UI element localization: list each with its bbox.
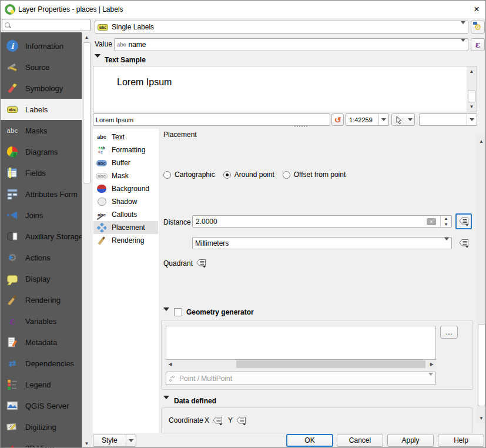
help-button[interactable]: Help [438, 434, 484, 447]
splitter-handle[interactable] [294, 126, 307, 127]
sidebar-item-variables[interactable]: ε Variables [1, 310, 82, 332]
search-icon [4, 22, 6, 29]
distance-units-combo[interactable]: Millimeters [192, 237, 452, 249]
sidebar-item-actions[interactable]: ⚙ Actions [1, 247, 82, 268]
tab-text[interactable]: abc Text [93, 131, 158, 143]
distance-data-defined-button[interactable] [455, 213, 472, 229]
sample-scroll-up-icon[interactable]: ▲ [467, 67, 477, 76]
sidebar-item-labels[interactable]: abc Labels [1, 99, 82, 120]
sidebar-item-3d-view[interactable]: ◆ 3D View [1, 437, 82, 448]
units-data-defined-button[interactable] [456, 236, 471, 250]
expression-builder-button[interactable]: ε [471, 38, 485, 51]
tab-rendering[interactable]: Rendering [93, 234, 158, 247]
spin-down-icon[interactable]: ▼ [441, 222, 451, 228]
search-input[interactable] [6, 20, 90, 30]
ok-button[interactable]: OK [286, 434, 333, 447]
sample-font-color-combo[interactable] [419, 113, 477, 126]
radio-offset-from-point[interactable] [283, 171, 290, 179]
label-mode-combo[interactable]: abc Single Labels [95, 21, 468, 34]
sidebar-item-symbology[interactable]: Symbology [1, 78, 82, 99]
sidebar-item-masks[interactable]: abc Masks [1, 120, 82, 141]
style-button[interactable]: Style [93, 434, 136, 447]
sample-text-input[interactable]: Lorem Ipsum [93, 113, 330, 126]
distance-spinbox[interactable]: 2.0000 × ▲▼ [192, 215, 452, 228]
sample-reset-button[interactable]: ↺ [331, 113, 344, 126]
auto-placement-settings-button[interactable]: ⚙ [471, 21, 485, 34]
search-box[interactable] [2, 19, 91, 31]
placement-tab-icon [95, 222, 108, 233]
quadrant-data-defined-button[interactable] [193, 256, 209, 270]
coordinate-y-data-defined-button[interactable] [233, 413, 249, 427]
sidebar-item-diagrams[interactable]: Diagrams [1, 141, 82, 162]
h-scroll-thumb[interactable] [236, 360, 425, 368]
spin-up-icon[interactable]: ▲ [441, 216, 451, 222]
sidebar-item-digitizing[interactable]: Digitizing [1, 416, 82, 437]
sidebar-item-rendering[interactable]: Rendering [1, 289, 82, 310]
coordinate-x-data-defined-button[interactable] [210, 413, 225, 427]
quadrant-label: Quadrant [163, 259, 193, 268]
panel-scroll-up-icon[interactable]: ▲ [477, 137, 486, 146]
sidebar-scroll-up-icon[interactable]: ▲ [82, 33, 92, 42]
sample-scale-value: 1:42259 [346, 116, 373, 123]
tab-shadow[interactable]: Shadow [93, 195, 158, 208]
data-defined-collapse-icon[interactable] [163, 399, 169, 407]
clear-value-icon[interactable]: × [427, 218, 436, 225]
sidebar-item-source[interactable]: Source [1, 56, 82, 78]
panel-scrollbar[interactable]: ▲ ▼ [477, 135, 486, 424]
qgis-logo-icon [5, 4, 15, 15]
geometry-expression-editor[interactable] [166, 326, 436, 360]
distance-label: Distance [163, 218, 191, 226]
mask-tab-icon: abc [95, 170, 108, 181]
close-button[interactable]: × [467, 1, 486, 18]
spinner-buttons[interactable]: ▲▼ [440, 216, 451, 227]
sidebar-item-legend[interactable]: Legend [1, 374, 82, 395]
geometry-generator-checkbox[interactable] [174, 308, 182, 316]
chevron-down-icon [426, 376, 433, 382]
text-sample-preview: Lorem Ipsum ▲ ▼ [93, 66, 477, 112]
sidebar-item-auxiliary-storage[interactable]: Auxiliary Storage [1, 226, 82, 247]
sidebar-item-joins[interactable]: Joins [1, 205, 82, 226]
sample-scroll-thumb[interactable] [468, 90, 475, 102]
radio-cartographic[interactable] [163, 171, 171, 179]
sidebar-item-fields[interactable]: Fields [1, 162, 82, 183]
text-sample-collapse-icon[interactable] [95, 58, 100, 66]
radio-offset-from-point-label: Offset from point [294, 170, 346, 179]
sidebar-item-dependencies[interactable]: ⇄ Dependencies [1, 353, 82, 374]
geometry-generator-collapse-icon[interactable] [163, 311, 169, 319]
panel-scroll-thumb[interactable] [478, 324, 485, 406]
sidebar-item-information[interactable]: i Information [1, 35, 82, 56]
tab-mask[interactable]: abc Mask [93, 169, 158, 182]
scroll-right-icon[interactable]: ▶ [427, 360, 436, 369]
sidebar: i Information Source Symbology abc Label… [1, 32, 82, 448]
tab-placement[interactable]: Placement [93, 221, 158, 234]
sample-preview-scrollbar[interactable]: ▲ ▼ [467, 66, 477, 112]
tab-formatting[interactable]: +ab<c Formatting [93, 143, 158, 156]
sidebar-item-display[interactable]: Display [1, 268, 82, 289]
sidebar-scroll-thumb[interactable] [83, 42, 91, 183]
expression-h-scrollbar[interactable]: ◀ ▶ [166, 360, 436, 369]
geometry-type-combo[interactable]: Point / MultiPoint [166, 372, 436, 385]
tab-callouts[interactable]: abc Callouts [93, 208, 158, 221]
sidebar-item-metadata[interactable]: Metadata [1, 332, 82, 353]
sample-scroll-down-icon[interactable]: ▼ [467, 102, 477, 111]
cancel-button[interactable]: Cancel [337, 434, 383, 447]
legend-icon [5, 377, 19, 392]
sidebar-item-attributes-form[interactable]: Attributes Form [1, 183, 82, 205]
labels-icon: abc [5, 102, 19, 116]
gear-labels-icon: ⚙ [474, 22, 482, 32]
map-tip-dropdown-button[interactable] [406, 113, 415, 126]
radio-around-point[interactable] [223, 171, 231, 179]
expression-more-button[interactable]: … [440, 326, 458, 339]
value-expression-combo[interactable]: abc name [114, 38, 468, 51]
map-tip-button[interactable] [391, 113, 407, 126]
sidebar-scroll-down-icon[interactable]: ▼ [82, 439, 92, 448]
apply-button[interactable]: Apply [387, 434, 434, 447]
tab-background[interactable]: Background [93, 182, 158, 195]
tab-buffer[interactable]: abc Buffer [93, 156, 158, 169]
display-icon [5, 272, 19, 286]
sample-scale-combo[interactable]: 1:42259 [346, 113, 389, 126]
sidebar-item-qgis-server[interactable]: QGIS Server [1, 395, 82, 416]
panel-scroll-down-icon[interactable]: ▼ [477, 414, 486, 423]
scroll-left-icon[interactable]: ◀ [166, 360, 175, 369]
sidebar-scrollbar[interactable]: ▲ ▼ [82, 32, 92, 448]
